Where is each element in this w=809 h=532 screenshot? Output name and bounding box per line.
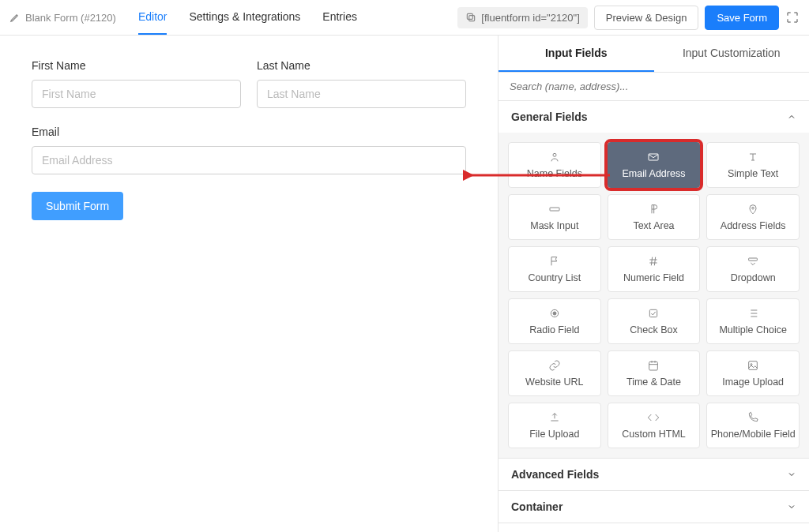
paragraph-icon: [647, 203, 660, 215]
shortcode-chip[interactable]: [fluentform id="2120"]: [457, 7, 588, 28]
firstname-input[interactable]: [32, 80, 241, 108]
form-col-firstname: First Name: [32, 59, 241, 108]
submit-button[interactable]: Submit Form: [32, 192, 123, 220]
email-label: Email: [32, 126, 466, 138]
field-time-date[interactable]: Time & Date: [608, 350, 701, 396]
svg-rect-0: [469, 16, 475, 21]
field-website-url[interactable]: Website URL: [508, 350, 601, 396]
field-label: Website URL: [525, 377, 583, 388]
svg-point-2: [553, 153, 556, 156]
field-label: Numeric Field: [623, 272, 684, 283]
email-input[interactable]: [32, 146, 466, 174]
user-icon: [548, 151, 561, 163]
field-label: Phone/Mobile Field: [711, 429, 796, 440]
field-file-upload[interactable]: File Upload: [508, 403, 601, 448]
field-label: Radio Field: [529, 324, 579, 335]
section-header-container[interactable]: Container: [499, 491, 809, 523]
field-label: Dropdown: [731, 272, 776, 283]
upload-icon: [548, 411, 561, 424]
field-image-upload[interactable]: Image Upload: [706, 350, 800, 396]
field-label: Name Fields: [527, 168, 582, 179]
field-label: Mask Input: [530, 220, 578, 231]
svg-rect-1: [468, 13, 473, 19]
field-phone-mobile[interactable]: Phone/Mobile Field: [706, 403, 800, 448]
sidebar-search-input[interactable]: [499, 73, 809, 100]
main: First Name Last Name Email Submit Form I…: [0, 36, 809, 532]
svg-rect-3: [649, 154, 658, 160]
field-radio-field[interactable]: Radio Field: [508, 298, 601, 344]
chevron-down-icon: [787, 502, 796, 511]
field-label: Text Area: [633, 220, 674, 231]
sidebar-tabs: Input Fields Input Customization: [499, 36, 809, 73]
section-title-container: Container: [511, 500, 563, 513]
field-mask-input[interactable]: Mask Input: [508, 194, 601, 240]
field-label: Email Address: [623, 168, 686, 179]
section-header-payment[interactable]: Payment Fields: [499, 523, 809, 532]
tab-input-customization[interactable]: Input Customization: [654, 36, 810, 72]
field-email-address[interactable]: Email Address: [608, 142, 701, 188]
form-col-email: Email: [32, 126, 466, 174]
list-icon: [747, 307, 759, 320]
field-label: Check Box: [630, 324, 677, 335]
input-icon: [548, 203, 561, 215]
pin-icon: [747, 203, 759, 215]
topbar: Blank Form (#2120) Editor Settings & Int…: [0, 0, 809, 36]
form-row-name: First Name Last Name: [32, 59, 466, 108]
field-label: Country List: [528, 272, 581, 283]
radio-icon: [548, 307, 561, 320]
hash-icon: [647, 255, 660, 268]
lastname-label: Last Name: [257, 59, 466, 72]
field-label: Image Upload: [722, 377, 784, 388]
section-header-advanced[interactable]: Advanced Fields: [499, 459, 809, 490]
phone-icon: [747, 411, 759, 424]
svg-rect-11: [749, 362, 758, 370]
field-custom-html[interactable]: Custom HTML: [608, 403, 701, 448]
chevron-up-icon: [787, 112, 796, 122]
fullscreen-icon[interactable]: [785, 10, 800, 24]
section-advanced: Advanced Fields: [499, 458, 809, 490]
field-text-area[interactable]: Text Area: [608, 194, 701, 240]
section-payment: Payment Fields: [499, 523, 809, 532]
link-icon: [548, 359, 561, 372]
field-label: Multiple Choice: [719, 324, 786, 335]
field-name-fields[interactable]: Name Fields: [508, 142, 601, 188]
field-simple-text[interactable]: Simple Text: [706, 142, 800, 188]
text-icon: [747, 151, 759, 163]
envelope-icon: [647, 151, 660, 163]
field-grid: Name Fields Email Address Simple Text Ma…: [508, 142, 800, 448]
field-label: Simple Text: [728, 168, 778, 179]
field-country-list[interactable]: Country List: [508, 246, 601, 292]
section-container: Container: [499, 490, 809, 523]
field-address-fields[interactable]: Address Fields: [706, 194, 800, 240]
chevron-down-icon: [787, 470, 796, 479]
code-icon: [647, 411, 660, 424]
tab-entries[interactable]: Entries: [322, 0, 357, 35]
flag-icon: [548, 255, 561, 268]
field-dropdown[interactable]: Dropdown: [706, 246, 800, 292]
field-label: Address Fields: [721, 220, 786, 231]
field-numeric-field[interactable]: Numeric Field: [608, 246, 701, 292]
field-check-box[interactable]: Check Box: [608, 298, 701, 344]
form-name[interactable]: Blank Form (#2120): [9, 12, 116, 24]
field-multiple-choice[interactable]: Multiple Choice: [706, 298, 800, 344]
section-title-advanced: Advanced Fields: [511, 468, 599, 481]
preview-button[interactable]: Preview & Design: [594, 6, 699, 30]
pencil-icon: [9, 12, 21, 23]
save-button[interactable]: Save Form: [705, 6, 779, 30]
field-label: File Upload: [529, 429, 579, 440]
lastname-input[interactable]: [257, 80, 466, 108]
svg-rect-9: [650, 309, 657, 317]
tab-settings[interactable]: Settings & Integrations: [189, 0, 300, 35]
tab-input-fields[interactable]: Input Fields: [499, 36, 654, 72]
section-title-general: General Fields: [511, 111, 587, 123]
firstname-label: First Name: [32, 59, 241, 72]
svg-rect-10: [649, 362, 658, 370]
form-col-lastname: Last Name: [257, 59, 466, 108]
tab-editor[interactable]: Editor: [138, 0, 167, 35]
shortcode-text: [fluentform id="2120"]: [481, 12, 580, 24]
section-header-general[interactable]: General Fields: [499, 101, 809, 133]
field-label: Custom HTML: [622, 429, 686, 440]
form-name-text: Blank Form (#2120): [25, 12, 116, 24]
svg-rect-6: [749, 258, 758, 260]
dropdown-icon: [747, 255, 759, 268]
